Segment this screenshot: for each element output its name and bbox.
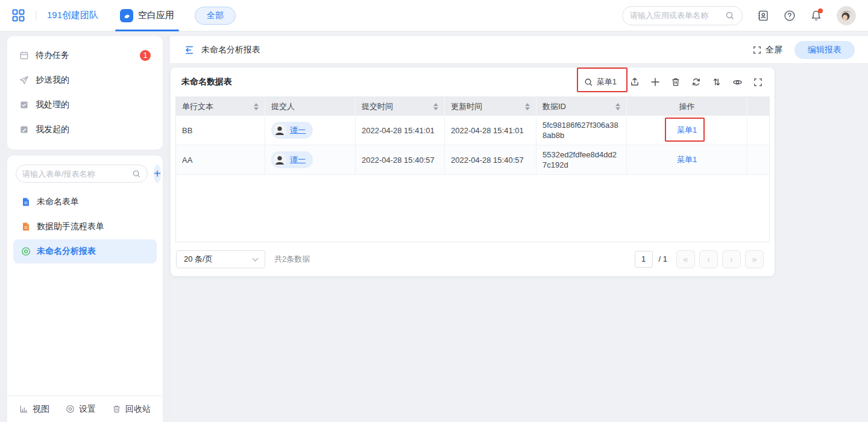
settings-label: 设置 (79, 404, 96, 415)
nav-divider (36, 11, 36, 20)
last-page-button[interactable]: » (745, 250, 764, 268)
edit-report-button[interactable]: 编辑报表 (794, 41, 855, 59)
table-search-button[interactable]: 菜单1 (584, 77, 617, 87)
nav-right (622, 6, 856, 25)
fullscreen-icon (753, 46, 761, 54)
contacts-icon[interactable] (757, 10, 769, 22)
prev-page-button[interactable]: ‹ (699, 250, 718, 268)
help-icon[interactable] (784, 10, 796, 22)
submitter-name: 谭一 (290, 154, 306, 165)
add-record-icon[interactable] (650, 77, 660, 87)
table-toolbar: 未命名数据表 菜单1 (175, 68, 770, 96)
team-name-link[interactable]: 191创建团队 (47, 10, 98, 21)
row-action-menu1-link[interactable]: 菜单1 (677, 125, 697, 136)
filter-all-pill[interactable]: 全部 (195, 7, 236, 25)
form-list: 未命名表单 数据助手流程表单 未命名分析报表 (7, 190, 163, 263)
delete-icon[interactable] (671, 77, 681, 87)
cell-text: AA (176, 145, 265, 174)
main-area: 未命名分析报表 全屏 编辑报表 未命名数据表 菜单1 (170, 31, 868, 422)
page-title: 未命名分析报表 (201, 45, 260, 55)
visibility-icon[interactable] (732, 77, 743, 87)
sidebar-item-todo-tasks[interactable]: 待办任务 1 (7, 43, 163, 68)
table-row: BB 谭一 2022-04-28 15:41:01 2022-04-28 15:… (176, 116, 769, 145)
sort-carets-icon[interactable] (250, 103, 259, 110)
sort-carets-icon[interactable] (612, 103, 620, 110)
pagination: / 1 « ‹ › » (635, 250, 764, 268)
export-icon[interactable] (630, 77, 640, 87)
page-size-select[interactable]: 20 条/页 (176, 250, 265, 268)
unnamed-form-label: 未命名表单 (37, 197, 79, 207)
app-logo-icon (120, 9, 133, 22)
col-header-data-id[interactable]: 数据ID (536, 97, 627, 116)
sidebar-forms-card: + 未命名表单 数据助手流程表单 未命名分析报表 (7, 156, 163, 422)
table-fullscreen-icon[interactable] (753, 78, 763, 87)
sort-icon[interactable] (712, 77, 722, 87)
row-action-menu1-link[interactable]: 菜单1 (677, 154, 697, 165)
page-number-input[interactable] (635, 251, 653, 268)
page-total: / 1 (659, 254, 667, 263)
sidebar-footer: 视图 设置 回收站 (7, 395, 163, 422)
notification-bell-icon[interactable] (810, 10, 822, 22)
page-size-value: 20 条/页 (184, 254, 213, 265)
form-search-input[interactable] (22, 169, 128, 178)
recycle-bin-button[interactable]: 回收站 (112, 404, 151, 415)
notification-dot (818, 8, 823, 13)
fullscreen-button[interactable]: 全屏 (753, 45, 782, 55)
sort-carets-icon[interactable] (521, 103, 530, 110)
send-plane-icon (19, 75, 29, 85)
cell-filler (747, 116, 769, 145)
table-title: 未命名数据表 (181, 77, 232, 87)
first-page-button[interactable]: « (676, 250, 695, 268)
col-label: 提交时间 (362, 101, 393, 112)
submitter-chip[interactable]: 谭一 (271, 151, 313, 168)
refresh-icon[interactable] (691, 77, 701, 87)
cell-update-time: 2022-04-28 15:41:01 (445, 116, 536, 145)
table-search-label: 菜单1 (597, 77, 617, 87)
views-label: 视图 (33, 404, 49, 415)
col-label: 提交人 (271, 101, 295, 112)
fullscreen-label: 全屏 (766, 45, 782, 55)
sidebar-item-unnamed-form[interactable]: 未命名表单 (13, 190, 157, 214)
sidebar-item-cc-to-me[interactable]: 抄送我的 (7, 68, 163, 92)
submitter-avatar (273, 124, 286, 137)
global-search[interactable] (622, 6, 743, 25)
sidebar-item-data-assistant-form[interactable]: 数据助手流程表单 (13, 215, 157, 239)
submitter-chip[interactable]: 谭一 (271, 122, 313, 139)
user-avatar[interactable] (837, 6, 856, 25)
sidebar-item-unnamed-report[interactable]: 未命名分析报表 (13, 239, 157, 263)
sidebar-item-handled-by-me[interactable]: 我处理的 (7, 92, 163, 117)
cell-submit-time: 2022-04-28 15:40:57 (356, 145, 445, 174)
app-grid-icon[interactable] (12, 9, 25, 22)
tab-app-active[interactable]: 空白应用 (120, 0, 174, 31)
col-header-submit-time[interactable]: 提交时间 (356, 97, 445, 116)
form-search[interactable] (16, 165, 148, 183)
data-table-card: 未命名数据表 菜单1 (171, 68, 775, 276)
col-label: 数据ID (542, 101, 566, 112)
settings-button[interactable]: 设置 (66, 404, 96, 415)
sidebar-item-started-by-me[interactable]: 我发起的 (7, 117, 163, 142)
cell-actions: 菜单1 (627, 116, 747, 145)
col-header-text[interactable]: 单行文本 (176, 97, 265, 116)
cell-submit-time: 2022-04-28 15:41:01 (356, 116, 445, 145)
add-form-button[interactable]: + (154, 165, 161, 183)
form-file-blue-icon (21, 197, 31, 207)
data-assistant-form-label: 数据助手流程表单 (37, 221, 104, 232)
col-header-submitter: 提交人 (265, 97, 356, 116)
collapse-nav-icon[interactable] (183, 45, 194, 55)
form-search-row: + (16, 165, 154, 183)
col-header-update-time[interactable]: 更新时间 (445, 97, 536, 116)
todo-badge: 1 (140, 50, 151, 61)
bar-chart-icon (19, 405, 28, 414)
cc-to-me-label: 抄送我的 (36, 75, 69, 86)
cell-data-id: 5532ed2fdfee8d4dd27c192d (536, 145, 627, 174)
search-icon (584, 78, 593, 87)
cell-text: BB (176, 116, 265, 145)
next-page-button[interactable]: › (722, 250, 741, 268)
views-button[interactable]: 视图 (19, 404, 49, 415)
started-by-me-label: 我发起的 (36, 124, 69, 135)
sort-carets-icon[interactable] (430, 103, 438, 110)
table-empty-space (176, 175, 769, 242)
app-tab-label: 空白应用 (138, 10, 174, 21)
global-search-input[interactable] (630, 11, 720, 20)
col-label: 更新时间 (451, 101, 482, 112)
